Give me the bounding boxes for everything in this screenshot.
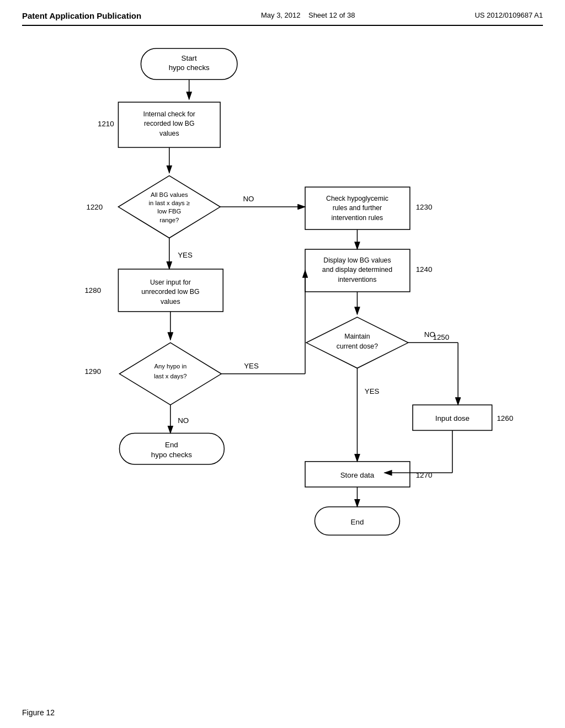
text-1210-2: recorded low BG [144, 120, 195, 127]
header: Patent Application Publication May 3, 20… [22, 11, 543, 26]
label-1270: 1270 [416, 471, 433, 479]
text-1280-3: values [161, 298, 180, 306]
flowchart-svg: Start hypo checks 1210 Internal check fo… [22, 31, 543, 682]
label-1290: 1290 [84, 367, 101, 376]
start-text: Start [182, 54, 197, 62]
no-label-1: NO [243, 195, 254, 203]
text-1230-1: Check hypoglycemic [326, 195, 388, 202]
label-1230: 1230 [416, 203, 433, 211]
text-1240-2: and display determined [322, 266, 392, 274]
text-1220-4: range? [159, 217, 179, 223]
diagram-area: Start hypo checks 1210 Internal check fo… [22, 31, 543, 682]
text-1220-3: low FBG [157, 208, 181, 215]
text-1250-1: Maintain [344, 333, 370, 340]
end-text: End [351, 518, 364, 526]
diamond-1220 [118, 176, 220, 238]
text-1260: Input dose [435, 414, 470, 422]
header-sheet: Sheet 12 of 38 [308, 11, 355, 19]
yes-label-1: YES [365, 387, 380, 395]
text-1240-3: interventions [338, 276, 377, 283]
text-1290-1: Any hypo in [154, 363, 186, 370]
figure-label: Figure 12 [22, 708, 55, 717]
no-label-2: NO [424, 330, 435, 339]
header-center: May 3, 2012 Sheet 12 of 38 [261, 11, 355, 19]
label-1280: 1280 [84, 286, 101, 295]
text-1280-2: unrecorded low BG [141, 288, 199, 296]
text-1250-2: current dose? [337, 342, 378, 350]
text-1210-3: values [159, 130, 179, 137]
yes-label-2: YES [178, 251, 193, 259]
text-1220-1: All BG values [151, 191, 188, 198]
text-1230-3: intervention rules [332, 214, 383, 222]
yes-label-3: YES [244, 362, 259, 370]
header-left: Patent Application Publication [22, 11, 141, 20]
label-1250: 1250 [433, 333, 449, 341]
text-1270: Store data [340, 471, 375, 479]
page: Patent Application Publication May 3, 20… [0, 0, 565, 728]
text-1220-2: in last x days ≥ [149, 200, 190, 206]
start-text2: hypo checks [169, 63, 210, 72]
label-1210: 1210 [98, 120, 114, 128]
text-1240-1: Display low BG values [323, 256, 391, 264]
text-1210-1: Internal check for [143, 110, 195, 118]
end-hypo-text2: hypo checks [151, 451, 192, 459]
no-label-3: NO [178, 416, 189, 425]
label-1240: 1240 [416, 265, 433, 274]
header-right: US 2012/0109687 A1 [475, 11, 543, 19]
header-date: May 3, 2012 [261, 11, 301, 19]
label-1260: 1260 [497, 414, 513, 422]
text-1290-2: last x days? [154, 373, 187, 379]
text-1280-1: User input for [150, 279, 191, 286]
text-1230-2: rules and further [333, 204, 382, 212]
end-hypo-text1: End [165, 441, 178, 449]
label-1220: 1220 [87, 203, 103, 211]
